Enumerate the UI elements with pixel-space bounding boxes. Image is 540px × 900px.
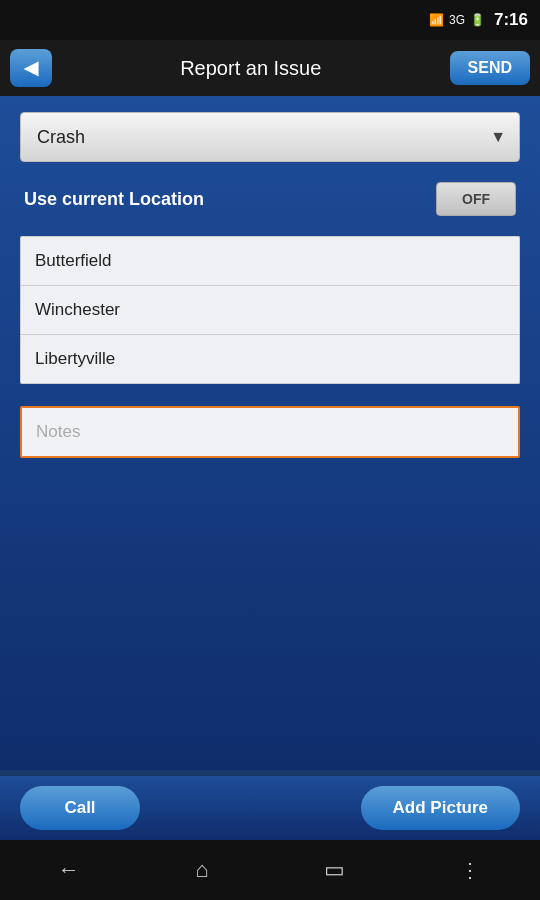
status-time: 7:16 xyxy=(494,10,528,30)
menu-nav-icon[interactable]: ⋮ xyxy=(460,858,482,882)
issue-type-dropdown-wrapper: Crash Pothole Traffic Construction Other… xyxy=(20,112,520,162)
location-toggle[interactable]: OFF xyxy=(436,182,516,216)
home-nav-icon[interactable]: ⌂ xyxy=(195,857,208,883)
nav-bar: ◀ Report an Issue SEND xyxy=(0,40,540,96)
battery-icon: 🔋 xyxy=(470,13,485,27)
main-content: Crash Pothole Traffic Construction Other… xyxy=(0,96,540,770)
issue-type-dropdown[interactable]: Crash Pothole Traffic Construction Other xyxy=(20,112,520,162)
bottom-buttons: Call Add Picture xyxy=(0,776,540,840)
location-label: Use current Location xyxy=(24,189,204,210)
send-button[interactable]: SEND xyxy=(450,51,530,85)
bottom-nav: ← ⌂ ▭ ⋮ xyxy=(0,840,540,900)
status-bar: 📶 3G 🔋 7:16 xyxy=(0,0,540,40)
back-button[interactable]: ◀ xyxy=(10,49,52,87)
back-arrow-icon: ◀ xyxy=(24,57,38,79)
back-nav-icon[interactable]: ← xyxy=(58,857,80,883)
call-button[interactable]: Call xyxy=(20,786,140,830)
recent-nav-icon[interactable]: ▭ xyxy=(324,857,345,883)
page-title: Report an Issue xyxy=(52,57,450,80)
notes-input[interactable] xyxy=(20,406,520,458)
inputs-section xyxy=(20,236,520,458)
field-3-input[interactable] xyxy=(20,335,520,384)
field-1-input[interactable] xyxy=(20,236,520,285)
add-picture-button[interactable]: Add Picture xyxy=(361,786,520,830)
location-row: Use current Location OFF xyxy=(20,182,520,216)
dropdown-container: Crash Pothole Traffic Construction Other… xyxy=(20,112,520,162)
network-type: 3G xyxy=(449,13,465,27)
signal-icon: 📶 xyxy=(429,13,444,27)
field-2-input[interactable] xyxy=(20,286,520,334)
